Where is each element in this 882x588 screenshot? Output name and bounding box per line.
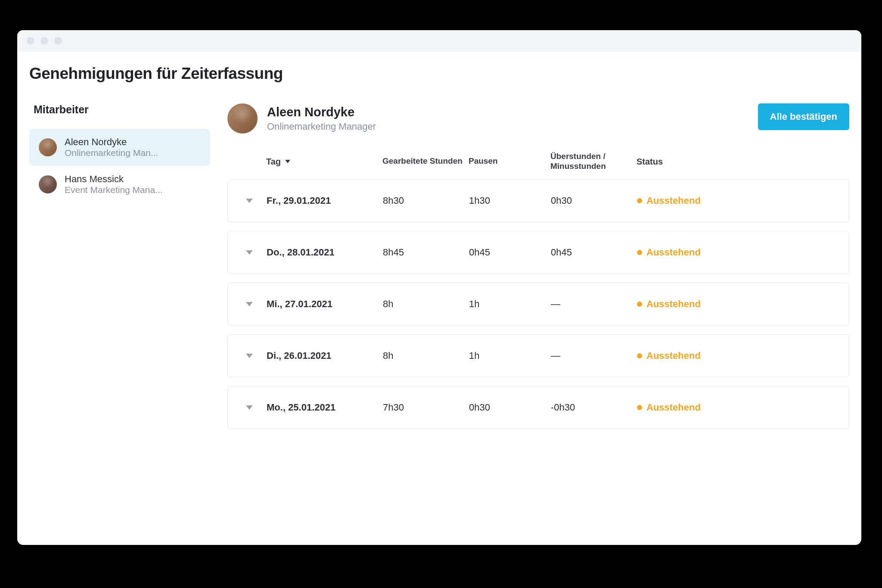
status-dot-icon [637,405,642,410]
cell-status: Ausstehend [637,402,845,413]
employee-text: Aleen Nordyke Onlinemarketing Man... [65,137,158,158]
profile: Aleen Nordyke Onlinemarketing Manager [227,103,376,134]
sidebar-heading: Mitarbeiter [29,103,210,116]
chevron-down-icon [246,405,253,410]
profile-role: Onlinemarketing Manager [267,121,376,132]
employee-text: Hans Messick Event Marketing Mana... [65,174,163,195]
status-label: Ausstehend [646,402,701,413]
cell-overtime: — [551,350,637,361]
cell-day: Fr., 29.01.2021 [267,195,383,206]
profile-text: Aleen Nordyke Onlinemarketing Manager [267,105,376,132]
avatar [227,103,258,134]
status-label: Ausstehend [646,247,701,258]
window-minimize-icon[interactable] [40,37,48,45]
cell-worked: 8h [383,299,469,310]
status-dot-icon [637,302,642,307]
profile-name: Aleen Nordyke [267,105,376,119]
status-label: Ausstehend [646,195,701,206]
expand-toggle[interactable] [232,354,267,358]
expand-toggle[interactable] [232,199,267,203]
chevron-down-icon [246,354,253,358]
cell-worked: 7h30 [383,402,469,413]
cell-breaks: 1h [469,299,551,310]
employee-item[interactable]: Aleen Nordyke Onlinemarketing Man... [29,129,210,166]
window-titlebar [17,30,861,52]
employee-detail: Aleen Nordyke Onlinemarketing Manager Al… [210,103,849,528]
employee-role: Event Marketing Mana... [65,185,163,195]
employee-sidebar: Mitarbeiter Aleen Nordyke Onlinemarketin… [29,103,210,528]
table-row[interactable]: Mi., 27.01.20218h1h—Ausstehend [227,283,849,326]
table-row[interactable]: Di., 26.01.20218h1h—Ausstehend [227,334,849,377]
table-row[interactable]: Do., 28.01.20218h450h450h45Ausstehend [227,231,849,274]
page-content: Genehmigungen für Zeiterfassung Mitarbei… [17,52,861,545]
col-overtime[interactable]: Überstunden / Minusstunden [550,152,637,171]
app-window: Genehmigungen für Zeiterfassung Mitarbei… [17,30,861,545]
cell-day: Mo., 25.01.2021 [267,402,383,413]
chevron-down-icon [246,302,253,306]
cell-status: Ausstehend [637,350,845,361]
table-header: Tag Gearbeitete Stunden Pausen Überstund… [227,152,849,179]
col-worked[interactable]: Gearbeitete Stunden [382,156,469,166]
chevron-down-icon [246,199,253,203]
employee-item[interactable]: Hans Messick Event Marketing Mana... [29,166,210,203]
employee-name: Aleen Nordyke [65,137,158,148]
col-status[interactable]: Status [637,156,845,167]
expand-toggle[interactable] [232,250,267,255]
cell-overtime: — [551,299,637,310]
cell-day: Do., 28.01.2021 [267,247,383,258]
cell-status: Ausstehend [637,247,845,258]
confirm-all-button[interactable]: Alle bestätigen [758,103,849,130]
detail-header: Aleen Nordyke Onlinemarketing Manager Al… [227,103,849,134]
cell-breaks: 1h [469,350,551,361]
col-breaks[interactable]: Pausen [469,156,550,166]
cell-overtime: 0h30 [551,195,637,206]
sort-desc-icon [285,160,290,163]
cell-status: Ausstehend [637,299,845,310]
employee-role: Onlinemarketing Man... [65,148,158,158]
col-day-label: Tag [266,156,281,167]
status-dot-icon [637,353,642,358]
cell-worked: 8h [383,350,469,361]
avatar [39,138,57,156]
status-label: Ausstehend [646,350,701,361]
expand-toggle[interactable] [232,405,267,410]
table-row[interactable]: Mo., 25.01.20217h300h30-0h30Ausstehend [227,386,849,429]
employee-name: Hans Messick [65,174,163,185]
cell-worked: 8h30 [383,195,469,206]
cell-day: Mi., 27.01.2021 [267,299,383,310]
expand-toggle[interactable] [232,302,267,306]
window-close-icon[interactable] [27,37,34,45]
col-day[interactable]: Tag [266,156,382,167]
cell-breaks: 0h45 [469,247,551,258]
status-label: Ausstehend [646,299,701,310]
avatar [39,175,57,193]
cell-overtime: -0h30 [551,402,637,413]
page-title: Genehmigungen für Zeiterfassung [29,65,849,83]
chevron-down-icon [246,250,253,255]
cell-overtime: 0h45 [551,247,637,258]
cell-breaks: 0h30 [469,402,551,413]
cell-breaks: 1h30 [469,195,551,206]
status-dot-icon [637,198,642,203]
cell-worked: 8h45 [383,247,469,258]
page-body: Mitarbeiter Aleen Nordyke Onlinemarketin… [29,103,849,528]
table-rows: Fr., 29.01.20218h301h300h30AusstehendDo.… [227,179,849,429]
status-dot-icon [637,250,642,255]
table-row[interactable]: Fr., 29.01.20218h301h300h30Ausstehend [227,179,849,222]
time-table: Tag Gearbeitete Stunden Pausen Überstund… [227,152,849,429]
cell-status: Ausstehend [637,195,845,206]
cell-day: Di., 26.01.2021 [267,350,383,361]
window-zoom-icon[interactable] [54,37,62,45]
